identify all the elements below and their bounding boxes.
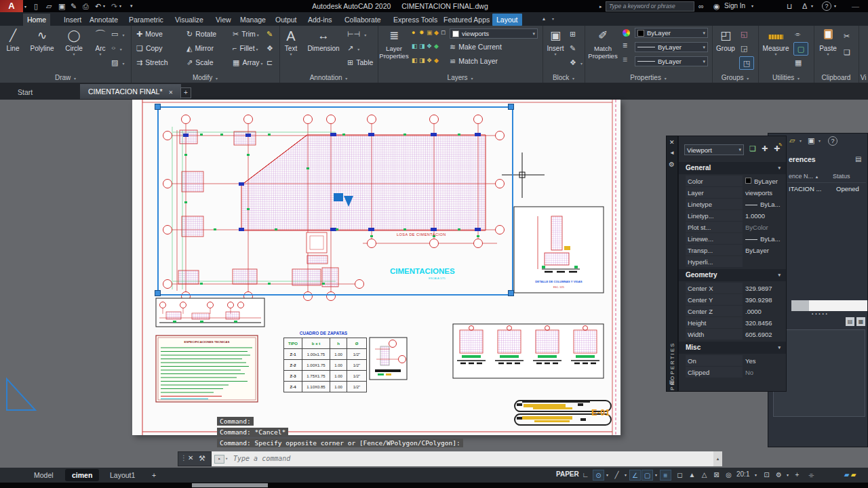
qat-customize-icon[interactable]: ▾: [130, 0, 133, 12]
layer-thaw-icon[interactable]: ✸: [419, 29, 425, 36]
save-icon[interactable]: ▣: [58, 0, 65, 12]
command-close-icon[interactable]: ✕: [188, 454, 193, 462]
match-layer-button[interactable]: ≌Match Layer: [450, 55, 498, 67]
command-grip-icon[interactable]: ⋮: [180, 454, 187, 462]
linetype-combo[interactable]: ByLayer▾: [635, 56, 708, 66]
store-chevron-icon[interactable]: ▾: [811, 0, 813, 12]
snap-chevron-icon[interactable]: ▾: [604, 470, 610, 481]
measure-button[interactable]: Measure▾: [761, 27, 791, 57]
prop-row-center-x[interactable]: Center X 329.9897: [686, 283, 786, 294]
layer-unisolate-icon[interactable]: ◨: [419, 43, 425, 49]
rotate-button[interactable]: ↻Rotate: [186, 28, 216, 40]
section-misc[interactable]: Misc▾: [679, 342, 786, 354]
layer-color-swatch[interactable]: □: [441, 29, 445, 36]
customize-plus-button[interactable]: +: [791, 470, 803, 481]
prop-row-color[interactable]: Color ByLayer: [686, 176, 786, 187]
cart-icon[interactable]: ⊔: [787, 0, 793, 12]
tab-output[interactable]: Output: [271, 14, 301, 26]
viewport-grip-tl[interactable]: [155, 104, 161, 110]
switch-window-toggle[interactable]: ⊡: [761, 470, 772, 481]
minimize-icon[interactable]: —: [852, 0, 859, 12]
prop-row-linetype[interactable]: Linetype ByLa...: [686, 199, 786, 210]
file-tab-add-button[interactable]: +: [180, 87, 191, 98]
dim-linear-button[interactable]: ⊢⊣▾: [347, 28, 366, 40]
layer-isolate-icon[interactable]: ◧: [412, 43, 418, 49]
section-general[interactable]: General▾: [679, 162, 786, 174]
osnap-toggle[interactable]: ▢: [642, 470, 653, 481]
copy-button[interactable]: ❏Copy: [136, 42, 162, 54]
app-store-icon[interactable]: Δ: [802, 0, 807, 12]
panel-annotation-label[interactable]: Annotation ▾: [279, 74, 378, 81]
selected-viewport-border[interactable]: [157, 106, 513, 296]
prop-row-transparency[interactable]: Transp... ByLayer: [686, 245, 786, 256]
iso-chevron-icon[interactable]: ▾: [623, 470, 629, 481]
annotation-visibility-toggle[interactable]: ▲: [686, 470, 698, 481]
arc-button[interactable]: ⌒ Arc ▾: [90, 27, 111, 57]
offset-button[interactable]: ⊏: [267, 56, 275, 68]
layer-unlock-icon[interactable]: ◆: [434, 57, 439, 64]
cut-button[interactable]: ✂: [844, 30, 852, 42]
help-icon[interactable]: ?: [822, 1, 831, 11]
toggle-pickadd-icon[interactable]: ❏: [749, 144, 756, 153]
dimension-button[interactable]: ↔ Dimension: [302, 27, 344, 52]
viewport-grip-tr[interactable]: [508, 104, 514, 110]
layout-tab-layout1[interactable]: Layout1: [103, 469, 142, 481]
scale-chevron-icon[interactable]: ▾: [753, 470, 759, 481]
search-icon[interactable]: ∞: [698, 0, 704, 12]
redo-icon[interactable]: ↷: [111, 0, 117, 12]
xref-help-icon[interactable]: ?: [828, 136, 837, 146]
iso-draft-toggle[interactable]: ╱: [611, 470, 623, 481]
rectangle-button[interactable]: ▭▾: [111, 28, 124, 40]
quick-select-button[interactable]: ⌯: [795, 28, 804, 40]
quick-properties-toggle[interactable]: ⌯: [806, 470, 817, 481]
explode-button[interactable]: ❖: [267, 42, 276, 54]
command-wrench-icon[interactable]: ⚒: [199, 454, 205, 463]
lineweight-combo[interactable]: ByLayer▾: [635, 42, 708, 52]
prop-row-center-y[interactable]: Center Y 390.9298: [686, 294, 786, 306]
polar-toggle[interactable]: ∠: [629, 470, 641, 481]
ribbon-minimize-chevron-icon[interactable]: ▾: [552, 16, 554, 21]
linetype-list-icon[interactable]: ≡: [623, 55, 627, 64]
erase-button[interactable]: ✎: [267, 28, 275, 40]
open-icon[interactable]: ▱: [46, 0, 52, 12]
properties-menu-icon[interactable]: ▤: [669, 379, 675, 385]
group-edit-button[interactable]: ◲: [741, 42, 750, 54]
viewport-grip-bl[interactable]: [155, 290, 161, 296]
properties-autohide-icon[interactable]: ◄: [669, 150, 675, 156]
line-button[interactable]: ╱ Line: [1, 27, 24, 52]
layer-vpover-icon[interactable]: ❖: [427, 57, 432, 64]
viewport-scale-button[interactable]: 20:1: [736, 470, 749, 478]
prop-row-layer[interactable]: Layer viewports: [686, 187, 786, 199]
properties-close-icon[interactable]: ✕: [669, 139, 675, 146]
layer-off-icon[interactable]: ◧: [412, 57, 418, 64]
copy-clip-button[interactable]: ❏: [844, 46, 853, 58]
tab-featured-apps[interactable]: Featured Apps: [439, 14, 494, 26]
circle-button[interactable]: ◯ Circle ▾: [60, 27, 88, 57]
prop-row-clipped[interactable]: Clipped No: [686, 367, 786, 378]
file-tab-close-icon[interactable]: ✕: [168, 89, 173, 96]
layer-combo[interactable]: viewports▾: [450, 28, 538, 39]
properties-settings-icon[interactable]: ⚙: [669, 161, 675, 168]
tab-visualize[interactable]: Visualize: [171, 14, 208, 26]
snap-toggle[interactable]: ⊙: [593, 470, 604, 481]
paste-button[interactable]: Paste▾: [816, 27, 840, 57]
prop-row-width[interactable]: Width 605.6902: [686, 329, 786, 340]
hatch-button[interactable]: ▨▾: [111, 56, 124, 68]
ellipse-button[interactable]: ○▾: [111, 42, 122, 54]
command-recent-chevron-icon[interactable]: ▾: [225, 451, 228, 466]
search-expand-icon[interactable]: ▸: [599, 1, 602, 13]
object-type-combo[interactable]: Viewport▾: [684, 144, 744, 155]
ungroup-button[interactable]: ◱: [741, 28, 750, 40]
insert-button[interactable]: ▣ Insert▾: [544, 27, 567, 57]
file-tab-document[interactable]: CIMENTACION FINAL* ✕: [80, 84, 181, 99]
layer-lock2-icon[interactable]: ◆: [434, 43, 439, 49]
mirror-button[interactable]: ◭Mirror: [186, 42, 214, 54]
gear-chevron-icon[interactable]: ▾: [785, 470, 791, 481]
xref-splitter-grip[interactable]: ▪▪▪▪▪: [812, 312, 829, 316]
undo-icon[interactable]: ↶: [95, 0, 101, 12]
layout-tab-add[interactable]: +: [145, 469, 163, 481]
lock-ui-toggle[interactable]: ⊠: [711, 470, 722, 481]
signin-chevron-icon[interactable]: ▾: [751, 0, 753, 12]
command-expand-icon[interactable]: ▴: [713, 451, 722, 466]
xref-col-name[interactable]: ence N... ▲: [789, 173, 819, 180]
